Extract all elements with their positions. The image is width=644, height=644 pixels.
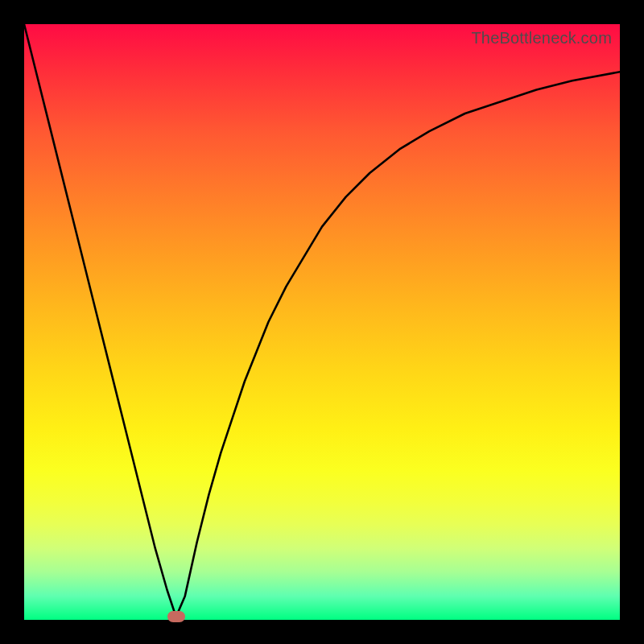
bottleneck-curve-path bbox=[24, 24, 620, 617]
min-point-marker bbox=[167, 611, 185, 622]
plot-area: TheBottleneck.com bbox=[24, 24, 620, 620]
curve-svg bbox=[24, 24, 620, 620]
chart-frame: TheBottleneck.com bbox=[0, 0, 644, 644]
